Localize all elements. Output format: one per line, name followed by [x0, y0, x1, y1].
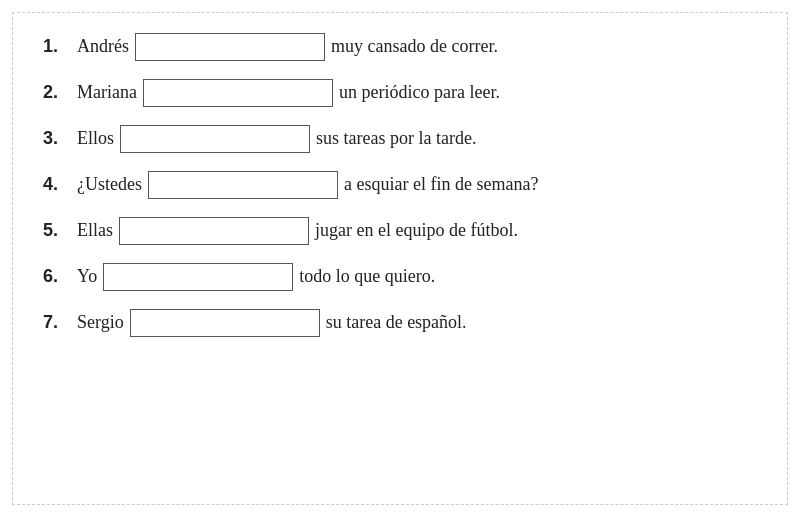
exercise-row: 4.¿Ustedesa esquiar el fin de semana?	[43, 171, 757, 199]
row-number: 3.	[43, 128, 71, 149]
subject-label: Andrés	[77, 36, 129, 57]
sentence-suffix: jugar en el equipo de fútbol.	[315, 220, 518, 241]
subject-label: Sergio	[77, 312, 124, 333]
fill-in-input-3[interactable]	[120, 125, 310, 153]
subject-label: ¿Ustedes	[77, 174, 142, 195]
fill-in-input-6[interactable]	[103, 263, 293, 291]
sentence-suffix: un periódico para leer.	[339, 82, 500, 103]
subject-label: Ellos	[77, 128, 114, 149]
sentence-suffix: a esquiar el fin de semana?	[344, 174, 538, 195]
row-number: 6.	[43, 266, 71, 287]
fill-in-input-4[interactable]	[148, 171, 338, 199]
row-number: 7.	[43, 312, 71, 333]
fill-in-input-7[interactable]	[130, 309, 320, 337]
exercise-row: 6.Yotodo lo que quiero.	[43, 263, 757, 291]
exercise-row: 5.Ellasjugar en el equipo de fútbol.	[43, 217, 757, 245]
subject-label: Ellas	[77, 220, 113, 241]
exercise-row: 2.Marianaun periódico para leer.	[43, 79, 757, 107]
sentence-suffix: su tarea de español.	[326, 312, 467, 333]
fill-in-input-5[interactable]	[119, 217, 309, 245]
row-number: 1.	[43, 36, 71, 57]
fill-in-input-2[interactable]	[143, 79, 333, 107]
exercise-row: 1.Andrésmuy cansado de correr.	[43, 33, 757, 61]
subject-label: Yo	[77, 266, 97, 287]
row-number: 2.	[43, 82, 71, 103]
row-number: 5.	[43, 220, 71, 241]
sentence-suffix: todo lo que quiero.	[299, 266, 435, 287]
exercise-container: 1.Andrésmuy cansado de correr.2.Marianau…	[12, 12, 788, 505]
fill-in-input-1[interactable]	[135, 33, 325, 61]
exercise-row: 7.Sergiosu tarea de español.	[43, 309, 757, 337]
subject-label: Mariana	[77, 82, 137, 103]
row-number: 4.	[43, 174, 71, 195]
exercise-row: 3.Ellossus tareas por la tarde.	[43, 125, 757, 153]
sentence-suffix: sus tareas por la tarde.	[316, 128, 476, 149]
sentence-suffix: muy cansado de correr.	[331, 36, 498, 57]
